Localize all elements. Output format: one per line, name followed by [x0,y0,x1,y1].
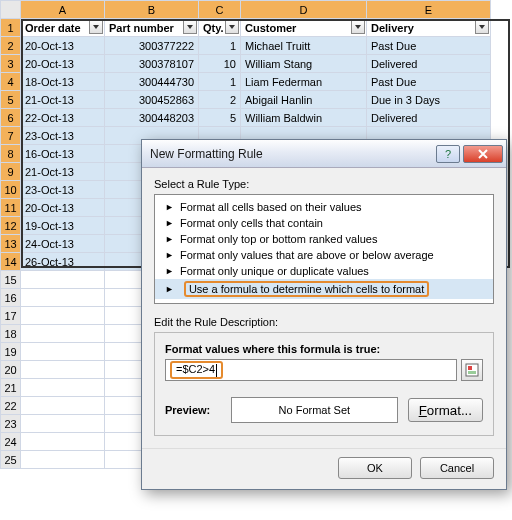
field-header[interactable]: Part number [105,19,199,37]
cell[interactable]: 19-Oct-13 [21,217,105,235]
cell[interactable]: 1 [199,73,241,91]
filter-button[interactable] [183,20,197,34]
select-all-corner[interactable] [1,1,21,19]
column-header-E[interactable]: E [367,1,491,19]
cell[interactable]: 300377222 [105,37,199,55]
row-header-21[interactable]: 21 [1,379,21,397]
row-header-23[interactable]: 23 [1,415,21,433]
dialog-titlebar[interactable]: New Formatting Rule ? [142,140,506,168]
field-header[interactable]: Customer [241,19,367,37]
cell[interactable]: Past Due [367,37,491,55]
filter-button[interactable] [351,20,365,34]
cell[interactable]: 20-Oct-13 [21,55,105,73]
cell[interactable] [21,325,105,343]
row-header-1[interactable]: 1 [1,19,21,37]
row-header-20[interactable]: 20 [1,361,21,379]
cell[interactable]: 18-Oct-13 [21,73,105,91]
cell[interactable]: 10 [199,55,241,73]
cell[interactable]: 20-Oct-13 [21,37,105,55]
cell[interactable]: William Stang [241,55,367,73]
cell[interactable] [21,343,105,361]
cell[interactable]: Delivered [367,109,491,127]
row-header-13[interactable]: 13 [1,235,21,253]
cell[interactable] [21,433,105,451]
filter-button[interactable] [475,20,489,34]
row-header-10[interactable]: 10 [1,181,21,199]
cell[interactable]: Abigail Hanlin [241,91,367,109]
cell[interactable]: 26-Oct-13 [21,253,105,271]
cell[interactable]: 2 [199,91,241,109]
cell[interactable]: Past Due [367,73,491,91]
filter-button[interactable] [89,20,103,34]
field-header[interactable]: Order date [21,19,105,37]
column-header-B[interactable]: B [105,1,199,19]
ok-button[interactable]: OK [338,457,412,479]
cell[interactable]: 300444730 [105,73,199,91]
row-header-14[interactable]: 14 [1,253,21,271]
row-header-11[interactable]: 11 [1,199,21,217]
rule-type-item[interactable]: ►Format only unique or duplicate values [155,263,493,279]
cell[interactable]: 300378107 [105,55,199,73]
row-header-24[interactable]: 24 [1,433,21,451]
row-header-7[interactable]: 7 [1,127,21,145]
rule-type-list[interactable]: ►Format all cells based on their values►… [154,194,494,304]
cell[interactable] [21,451,105,469]
row-header-5[interactable]: 5 [1,91,21,109]
row-header-19[interactable]: 19 [1,343,21,361]
formula-input[interactable]: =$C2>4 [165,359,457,381]
cell[interactable]: 22-Oct-13 [21,109,105,127]
row-header-4[interactable]: 4 [1,73,21,91]
cell[interactable] [21,271,105,289]
row-header-6[interactable]: 6 [1,109,21,127]
cancel-button[interactable]: Cancel [420,457,494,479]
cell[interactable]: 21-Oct-13 [21,163,105,181]
cell[interactable]: 300448203 [105,109,199,127]
cell[interactable]: 23-Oct-13 [21,127,105,145]
cell[interactable]: 16-Oct-13 [21,145,105,163]
field-header[interactable]: Delivery [367,19,491,37]
cell[interactable]: William Baldwin [241,109,367,127]
row-header-18[interactable]: 18 [1,325,21,343]
cell[interactable]: 23-Oct-13 [21,181,105,199]
row-header-17[interactable]: 17 [1,307,21,325]
row-header-12[interactable]: 12 [1,217,21,235]
row-header-8[interactable]: 8 [1,145,21,163]
filter-button[interactable] [225,20,239,34]
column-header-A[interactable]: A [21,1,105,19]
cell[interactable]: Delivered [367,55,491,73]
cell[interactable]: 1 [199,37,241,55]
cell[interactable] [21,397,105,415]
row-header-25[interactable]: 25 [1,451,21,469]
cell[interactable]: Liam Federman [241,73,367,91]
column-header-D[interactable]: D [241,1,367,19]
row-header-22[interactable]: 22 [1,397,21,415]
row-header-2[interactable]: 2 [1,37,21,55]
cell[interactable]: Michael Truitt [241,37,367,55]
collapse-dialog-button[interactable] [461,359,483,381]
row-header-3[interactable]: 3 [1,55,21,73]
rule-type-item[interactable]: ►Use a formula to determine which cells … [155,279,493,299]
rule-type-item[interactable]: ►Format only top or bottom ranked values [155,231,493,247]
cell[interactable]: 5 [199,109,241,127]
cell[interactable]: 300452863 [105,91,199,109]
cell[interactable]: 20-Oct-13 [21,199,105,217]
rule-type-item[interactable]: ►Format only cells that contain [155,215,493,231]
cell[interactable] [21,307,105,325]
row-header-9[interactable]: 9 [1,163,21,181]
field-header[interactable]: Qty. [199,19,241,37]
cell[interactable]: 24-Oct-13 [21,235,105,253]
format-button[interactable]: Format... [408,398,483,422]
help-button[interactable]: ? [436,145,460,163]
row-header-16[interactable]: 16 [1,289,21,307]
column-header-C[interactable]: C [199,1,241,19]
row-header-15[interactable]: 15 [1,271,21,289]
cell[interactable] [21,289,105,307]
close-button[interactable] [463,145,503,163]
cell[interactable] [21,379,105,397]
cell[interactable]: Due in 3 Days [367,91,491,109]
cell[interactable]: 21-Oct-13 [21,91,105,109]
rule-type-item[interactable]: ►Format all cells based on their values [155,199,493,215]
cell[interactable] [21,361,105,379]
cell[interactable] [21,415,105,433]
rule-type-item[interactable]: ►Format only values that are above or be… [155,247,493,263]
